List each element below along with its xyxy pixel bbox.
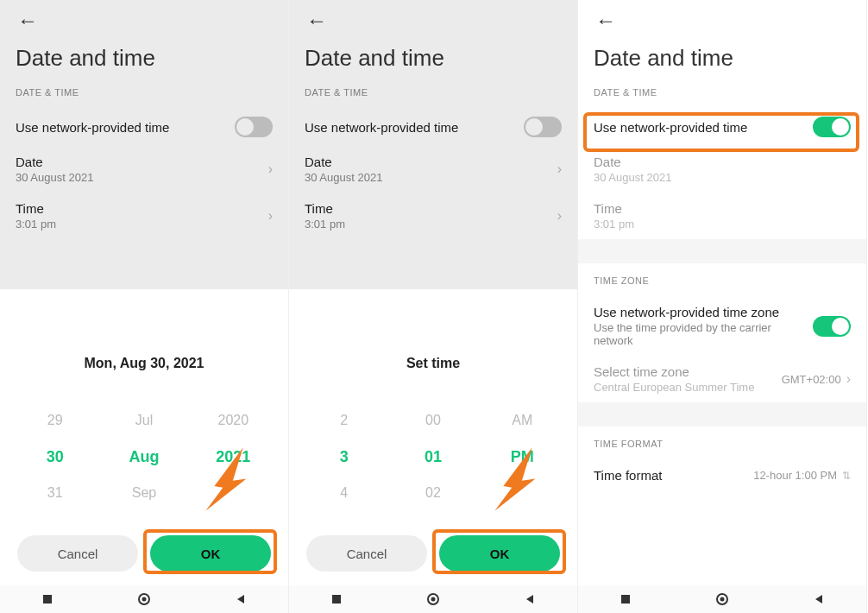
ok-button[interactable]: OK <box>439 535 560 572</box>
nav-back-icon[interactable] <box>235 593 247 605</box>
row-time-label: Time <box>305 201 345 216</box>
time-picker-sheet: Set time 2 00 AM 3 01 PM 4 02 Cancel OK <box>289 337 577 585</box>
row-time-value: 3:01 pm <box>305 218 345 231</box>
section-label-datetime: DATE & TIME <box>16 87 273 98</box>
row-date-label: Date <box>16 155 93 169</box>
row-time-value: 3:01 pm <box>16 218 56 231</box>
date-picker-row-selected[interactable]: 30 Aug 2021 <box>10 439 278 475</box>
ok-button[interactable]: OK <box>150 535 271 572</box>
nav-home-icon[interactable] <box>137 592 151 606</box>
date-picker-sheet: Mon, Aug 30, 2021 29 Jul 2020 30 Aug 202… <box>0 337 288 585</box>
page-title: Date and time <box>16 45 273 72</box>
toggle-network-timezone[interactable] <box>813 316 851 337</box>
cancel-button[interactable]: Cancel <box>306 535 427 572</box>
row-network-time-label: Use network-provided time <box>594 120 747 135</box>
time-picker-row-prev[interactable]: 2 00 AM <box>299 402 567 439</box>
svg-point-8 <box>720 597 724 602</box>
row-select-tz-label: Select time zone <box>594 364 754 379</box>
row-network-time[interactable]: Use network-provided time <box>16 108 273 146</box>
chevron-right-icon: › <box>557 208 562 224</box>
chevron-right-icon: › <box>846 371 851 387</box>
nav-back-icon[interactable] <box>524 593 536 605</box>
system-navbar <box>289 585 577 613</box>
system-navbar <box>578 585 866 613</box>
row-time-disabled: Time 3:01 pm <box>594 193 851 239</box>
row-network-time[interactable]: Use network-provided time <box>594 108 851 146</box>
date-picker-row-next[interactable]: 31 Sep <box>10 475 278 511</box>
toggle-network-time[interactable] <box>235 117 273 137</box>
row-date[interactable]: Date 30 August 2021 › <box>305 146 562 193</box>
screen-time-picker: ← Date and time DATE & TIME Use network-… <box>289 0 578 613</box>
row-time-label: Time <box>594 201 634 216</box>
row-date-value: 30 August 2021 <box>305 171 382 184</box>
toggle-network-time[interactable] <box>813 117 851 137</box>
row-network-timezone[interactable]: Use network-provided time zone Use the t… <box>594 296 851 356</box>
row-time-format[interactable]: Time format 12-hour 1:00 PM ⇅ <box>594 459 851 491</box>
updown-icon: ⇅ <box>842 470 851 482</box>
row-time[interactable]: Time 3:01 pm › <box>305 193 562 239</box>
row-date-disabled: Date 30 August 2021 <box>594 146 851 193</box>
row-network-time[interactable]: Use network-provided time <box>305 108 562 146</box>
cancel-button[interactable]: Cancel <box>17 535 138 572</box>
toggle-network-time[interactable] <box>524 117 562 137</box>
svg-rect-6 <box>621 595 630 604</box>
back-arrow-icon[interactable]: ← <box>305 0 327 36</box>
row-select-tz-value: GMT+02:00 <box>782 373 841 386</box>
row-select-tz-sub: Central European Summer Time <box>594 381 754 394</box>
section-label-datetime: DATE & TIME <box>305 87 562 98</box>
row-date-value: 30 August 2021 <box>16 171 93 184</box>
nav-back-icon[interactable] <box>813 593 825 605</box>
row-timeformat-label: Time format <box>594 468 662 483</box>
svg-point-5 <box>431 597 435 602</box>
section-label-timeformat: TIME FORMAT <box>594 439 851 449</box>
row-timeformat-value: 12-hour 1:00 PM <box>753 469 837 482</box>
screen-settings-full: ← Date and time DATE & TIME Use network-… <box>578 0 867 613</box>
row-network-tz-label: Use network-provided time zone <box>594 305 813 319</box>
row-time[interactable]: Time 3:01 pm › <box>16 193 273 239</box>
nav-recent-icon[interactable] <box>620 593 632 605</box>
chevron-right-icon: › <box>268 208 273 224</box>
svg-point-2 <box>142 597 146 602</box>
row-select-timezone: Select time zone Central European Summer… <box>594 356 851 402</box>
section-label-timezone: TIME ZONE <box>594 275 851 286</box>
row-network-tz-sub: Use the time provided by the carrier net… <box>594 321 813 347</box>
time-picker-row-selected[interactable]: 3 01 PM <box>299 439 567 475</box>
screen-date-picker: ← Date and time DATE & TIME Use network-… <box>0 0 289 613</box>
row-date-value: 30 August 2021 <box>594 171 671 184</box>
nav-home-icon[interactable] <box>426 592 440 606</box>
row-network-time-label: Use network-provided time <box>305 120 458 135</box>
row-date-label: Date <box>305 155 382 169</box>
svg-rect-0 <box>43 595 52 604</box>
time-picker-row-next[interactable]: 4 02 <box>299 475 567 511</box>
back-arrow-icon[interactable]: ← <box>594 0 616 36</box>
section-label-datetime: DATE & TIME <box>594 87 851 98</box>
row-date-label: Date <box>594 155 671 169</box>
row-date[interactable]: Date 30 August 2021 › <box>16 146 273 193</box>
chevron-right-icon: › <box>268 161 273 177</box>
row-time-value: 3:01 pm <box>594 218 634 231</box>
row-time-label: Time <box>16 201 56 216</box>
nav-recent-icon[interactable] <box>330 593 343 605</box>
system-navbar <box>0 585 288 613</box>
page-title: Date and time <box>305 45 562 72</box>
nav-home-icon[interactable] <box>715 592 729 606</box>
date-picker-title: Mon, Aug 30, 2021 <box>10 356 278 371</box>
date-picker-row-prev[interactable]: 29 Jul 2020 <box>10 402 278 439</box>
svg-rect-3 <box>332 595 341 604</box>
page-title: Date and time <box>594 45 851 72</box>
back-arrow-icon[interactable]: ← <box>16 0 38 36</box>
row-network-time-label: Use network-provided time <box>16 120 169 135</box>
chevron-right-icon: › <box>557 161 562 177</box>
time-picker-title: Set time <box>299 356 567 371</box>
nav-recent-icon[interactable] <box>41 593 53 605</box>
